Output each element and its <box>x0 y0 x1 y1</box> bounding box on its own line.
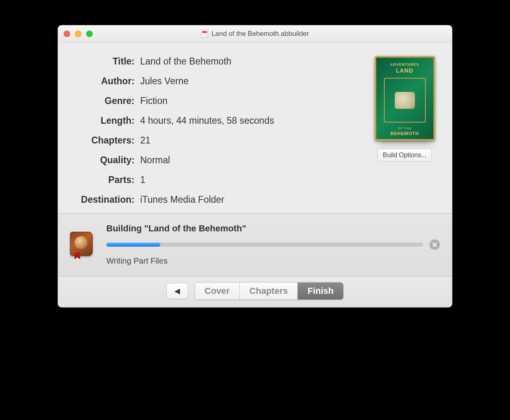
cover-illustration-frame <box>384 78 426 123</box>
value-chapters: 21 <box>140 135 369 146</box>
window-title-area: Land of the Behemoth.abbuilder <box>201 30 309 38</box>
label-author: Author: <box>70 76 135 87</box>
progress-panel: Building "Land of the Behemoth" Writing … <box>58 213 452 276</box>
metadata-grid: Title: Land of the Behemoth Author: Jule… <box>70 56 369 205</box>
build-options-button[interactable]: Build Options... <box>377 149 432 162</box>
titlebar: Land of the Behemoth.abbuilder <box>58 25 452 42</box>
value-author: Jules Verne <box>140 76 369 87</box>
progress-status: Writing Part Files <box>106 256 440 266</box>
document-icon <box>201 30 208 38</box>
audiobook-icon <box>70 232 93 256</box>
tab-finish[interactable]: Finish <box>297 283 343 299</box>
label-chapters: Chapters: <box>70 135 135 146</box>
progress-fill <box>106 243 160 247</box>
tab-cover[interactable]: Cover <box>195 283 239 299</box>
value-quality: Normal <box>140 155 369 166</box>
zoom-window-button[interactable] <box>86 31 93 37</box>
cover-text-behemoth: BEHEMOTH <box>390 131 419 136</box>
progress-title: Building "Land of the Behemoth" <box>106 223 440 234</box>
value-length: 4 hours, 44 minutes, 58 seconds <box>140 115 369 126</box>
app-window: Land of the Behemoth.abbuilder Title: La… <box>58 25 452 308</box>
progress-bar <box>106 243 423 247</box>
step-tabs: Cover Chapters Finish <box>195 282 344 300</box>
cover-text-adventures: ADVENTURES <box>390 62 419 67</box>
cover-art: ADVENTURES LAND OF THE BEHEMOTH <box>375 56 435 141</box>
cover-illustration <box>395 92 415 109</box>
close-window-button[interactable] <box>64 31 70 37</box>
label-length: Length: <box>70 115 135 126</box>
progress-app-icon <box>70 232 96 258</box>
value-genre: Fiction <box>140 96 369 106</box>
label-genre: Genre: <box>70 96 135 106</box>
traffic-lights <box>64 31 93 37</box>
value-parts: 1 <box>140 175 369 185</box>
right-column: ADVENTURES LAND OF THE BEHEMOTH Build Op… <box>369 56 440 205</box>
content-area: Title: Land of the Behemoth Author: Jule… <box>58 42 452 213</box>
cancel-build-button[interactable] <box>429 239 440 250</box>
window-title: Land of the Behemoth.abbuilder <box>211 30 309 38</box>
back-button[interactable]: ◀ <box>166 283 188 299</box>
cover-text-land: LAND <box>396 67 413 74</box>
value-destination: iTunes Media Folder <box>140 194 369 205</box>
label-parts: Parts: <box>70 175 135 185</box>
label-destination: Destination: <box>70 194 135 205</box>
cover-text-ofthe: OF THE <box>398 127 412 130</box>
value-title: Land of the Behemoth <box>140 56 369 67</box>
minimize-window-button[interactable] <box>75 31 81 37</box>
label-quality: Quality: <box>70 155 135 166</box>
back-arrow-icon: ◀ <box>174 287 180 295</box>
close-icon <box>432 242 437 247</box>
footer: ◀ Cover Chapters Finish <box>58 276 452 307</box>
progress-main: Building "Land of the Behemoth" Writing … <box>106 223 440 266</box>
label-title: Title: <box>70 56 135 67</box>
tab-chapters[interactable]: Chapters <box>239 283 297 299</box>
